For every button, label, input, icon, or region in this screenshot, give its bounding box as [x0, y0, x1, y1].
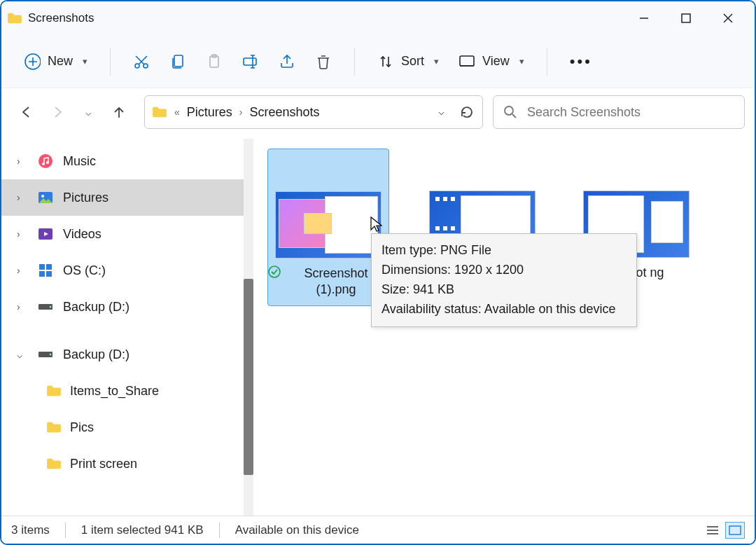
folder-icon: [46, 456, 62, 471]
separator: [110, 48, 111, 76]
svg-rect-31: [46, 271, 52, 277]
toolbar: New ▾ Sort ▾ View ▾ •••: [1, 35, 755, 88]
svg-point-22: [38, 154, 52, 168]
svg-rect-40: [729, 526, 741, 534]
thumbnails-view-button[interactable]: [725, 522, 745, 539]
svg-point-23: [42, 163, 45, 165]
breadcrumb-current[interactable]: Screenshots: [250, 105, 320, 120]
sidebar-item-label: Videos: [63, 227, 102, 242]
svg-point-24: [46, 161, 49, 164]
status-bar: 3 items 1 item selected 941 KB Available…: [1, 516, 755, 544]
sidebar-item-videos[interactable]: › Videos: [1, 216, 253, 252]
details-view-button[interactable]: [703, 522, 722, 539]
svg-rect-28: [39, 264, 45, 270]
close-button[interactable]: [707, 4, 749, 32]
paste-button[interactable]: [196, 48, 232, 76]
share-icon: [279, 53, 295, 70]
cut-button[interactable]: [123, 48, 160, 76]
forward-button[interactable]: [49, 104, 66, 120]
chevron-right-icon: ›: [17, 156, 28, 167]
chevron-down-icon: ▾: [519, 56, 524, 67]
svg-line-21: [512, 114, 516, 118]
sidebar-item-backup-drive[interactable]: › Backup (D:): [1, 289, 253, 325]
sidebar-group-backup[interactable]: ⌵ Backup (D:): [1, 336, 253, 373]
new-label: New: [48, 54, 73, 69]
back-button[interactable]: [18, 104, 35, 120]
videos-icon: [38, 226, 53, 242]
separator: [354, 48, 355, 76]
minimize-button[interactable]: [623, 4, 665, 32]
status-selected: 1 item selected 941 KB: [81, 523, 204, 537]
status-count: 3 items: [11, 523, 50, 537]
view-label: View: [482, 54, 510, 69]
svg-point-36: [269, 266, 280, 277]
breadcrumb: Pictures › Screenshots: [187, 105, 320, 120]
svg-point-33: [50, 306, 51, 308]
svg-point-35: [50, 354, 51, 355]
window-controls: [623, 4, 749, 32]
folder-icon: [46, 420, 62, 435]
sidebar-item-label: Music: [63, 154, 96, 169]
chevron-down-icon: ⌵: [17, 349, 28, 360]
window-title: Screenshots: [28, 11, 94, 25]
refresh-button[interactable]: [460, 105, 474, 119]
separator: [219, 523, 220, 538]
tooltip: Item type: PNG File Dimensions: 1920 x 1…: [371, 233, 637, 327]
svg-rect-11: [174, 55, 183, 67]
status-availability: Available on this device: [235, 523, 359, 537]
drive-icon: [38, 299, 53, 315]
content-pane[interactable]: Screenshot (1).png: [253, 139, 755, 517]
os-drive-icon: [38, 263, 53, 278]
share-button[interactable]: [269, 48, 305, 76]
up-button[interactable]: [111, 104, 127, 120]
copy-button[interactable]: [160, 48, 196, 76]
address-bar[interactable]: « Pictures › Screenshots ⌵: [144, 95, 483, 129]
delete-button[interactable]: [305, 48, 342, 76]
main: › Music › Pictures › Videos › OS (C:) ›: [1, 139, 755, 517]
sidebar-item-label: Pictures: [63, 191, 108, 205]
scrollbar-thumb[interactable]: [244, 279, 253, 475]
chevron-down-icon: ▾: [83, 56, 88, 67]
nav-arrows: ⌵: [11, 104, 134, 120]
sidebar-item-music[interactable]: › Music: [1, 143, 253, 179]
view-button[interactable]: View ▾: [449, 48, 534, 76]
chevron-right-icon: ›: [239, 106, 243, 118]
sidebar-item-label: Pics: [70, 420, 94, 435]
rename-button[interactable]: [232, 48, 269, 76]
tooltip-line: Size: 941 KB: [382, 280, 626, 300]
thumbnail: [275, 191, 382, 258]
sidebar-item-label: OS (C:): [63, 263, 106, 278]
new-button[interactable]: New ▾: [14, 48, 97, 76]
crumb-overflow[interactable]: «: [174, 106, 180, 118]
sidebar-item-label: Items_to_Share: [70, 384, 159, 399]
sidebar-item-os-drive[interactable]: › OS (C:): [1, 252, 253, 289]
sidebar-item-items-to-share[interactable]: Items_to_Share: [1, 373, 253, 409]
chevron-right-icon: ›: [17, 301, 28, 312]
sidebar-item-label: Print screen: [70, 457, 137, 471]
sidebar-item-print-screen[interactable]: Print screen: [1, 446, 253, 482]
trash-icon: [315, 53, 332, 70]
recent-dropdown[interactable]: ⌵: [80, 104, 97, 120]
sidebar-item-pics[interactable]: Pics: [1, 409, 253, 446]
sidebar-item-label: Backup (D:): [63, 300, 130, 315]
sort-icon: [377, 53, 394, 70]
svg-point-20: [505, 106, 513, 115]
search-input[interactable]: [527, 105, 734, 120]
nav-row: ⌵ « Pictures › Screenshots ⌵: [1, 88, 755, 139]
sort-label: Sort: [401, 54, 424, 69]
more-button[interactable]: •••: [560, 48, 602, 76]
sort-button[interactable]: Sort ▾: [368, 48, 449, 76]
maximize-button[interactable]: [665, 4, 707, 32]
chevron-right-icon: ›: [17, 265, 28, 276]
breadcrumb-parent[interactable]: Pictures: [187, 105, 232, 120]
chevron-right-icon: ›: [17, 192, 28, 203]
svg-rect-30: [39, 271, 45, 277]
sidebar: › Music › Pictures › Videos › OS (C:) ›: [1, 139, 253, 517]
sidebar-item-pictures[interactable]: › Pictures: [1, 179, 253, 216]
chevron-right-icon: ›: [17, 228, 28, 240]
svg-rect-14: [244, 58, 256, 65]
clipboard-icon: [206, 53, 223, 70]
sync-check-icon: [268, 265, 281, 278]
search-box[interactable]: [493, 95, 745, 129]
address-dropdown[interactable]: ⌵: [438, 105, 444, 119]
